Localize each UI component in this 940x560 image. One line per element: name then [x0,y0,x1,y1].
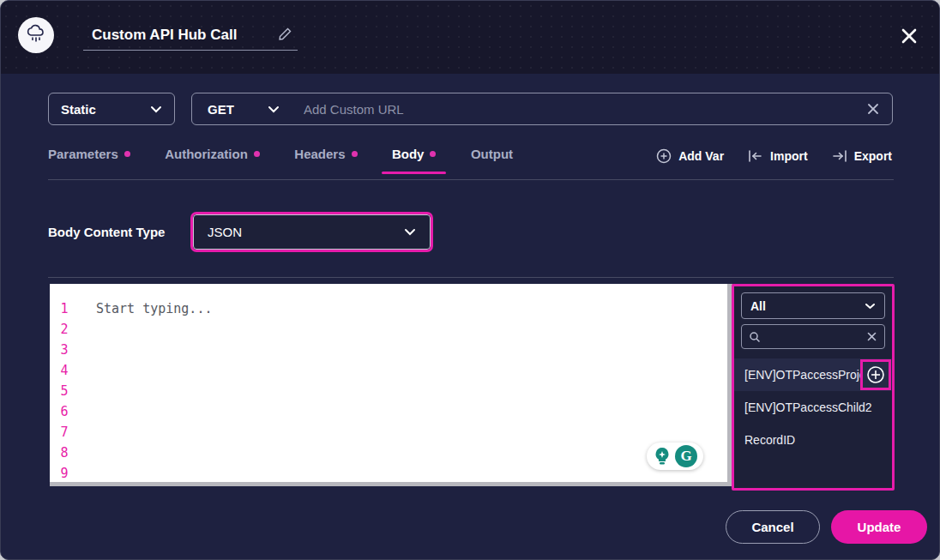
plus-circle-icon [656,148,672,164]
close-icon[interactable] [896,23,922,49]
tab-label: Body [392,147,425,161]
editor-placeholder: Start typing... [96,301,212,316]
body-content-type-value: JSON [208,225,242,239]
export-arrow-icon [832,150,847,162]
import-button[interactable]: Import [748,149,808,163]
http-method-value: GET [208,102,234,117]
edit-title-icon[interactable] [278,27,292,41]
variable-label: [ENV]OTPaccessProje [744,368,866,382]
body-content-type-dropdown[interactable]: JSON [193,214,431,250]
tab-body[interactable]: Body [392,147,437,173]
tab-label: Authorization [165,147,248,161]
api-title-input[interactable] [83,27,263,44]
variable-filter-dropdown[interactable]: All [741,292,885,319]
app-logo [18,17,54,53]
variable-item[interactable]: [ENV]OTPaccessChild2 [734,391,892,424]
variable-label: [ENV]OTPaccessChild2 [744,400,872,414]
export-label: Export [854,149,892,163]
tab-authorization[interactable]: Authorization [165,147,260,173]
line-number: 7 [50,425,79,445]
line-number: 3 [50,342,79,363]
tabs-divider [48,179,894,180]
http-method-dropdown[interactable]: GET [192,93,285,124]
add-var-button[interactable]: Add Var [656,148,724,164]
chevron-down-icon [404,228,416,236]
grammarly-icon: G [675,445,697,467]
variable-list: [ENV]OTPaccessProje [ENV]OTPaccessChild2… [734,358,892,456]
line-number: 8 [50,445,79,466]
insert-variable-plus-icon[interactable] [863,362,889,388]
tab-parameters[interactable]: Parameters [48,147,130,173]
io-toolbar: Add Var Import Export [656,148,892,164]
tab-label: Parameters [48,147,118,161]
line-number: 4 [50,363,79,383]
variable-filter-value: All [750,299,766,313]
add-var-label: Add Var [678,149,724,163]
url-type-dropdown[interactable]: Static [48,93,175,125]
grammarly-widget[interactable]: G [647,443,703,470]
variables-panel: All [ENV]OTPaccessProje [732,284,895,491]
chevron-down-icon [150,105,162,113]
import-label: Import [770,149,808,163]
tab-label: Output [471,147,513,161]
cancel-button[interactable]: Cancel [726,510,820,544]
variable-label: RecordID [744,433,795,447]
line-number: 9 [50,466,79,486]
unsaved-dot [430,151,436,157]
export-button[interactable]: Export [832,149,892,163]
unsaved-dot [254,151,260,157]
line-number: 6 [50,404,79,425]
custom-api-hub-modal: Static GET Parameters Authorization [0,0,940,560]
variable-search-input[interactable] [766,330,861,343]
unsaved-dot [124,151,130,157]
cloud-api-icon [25,24,47,46]
variable-item[interactable]: RecordID [734,424,892,456]
chevron-down-icon [268,105,280,113]
suggestion-bulb-icon [653,446,672,467]
search-icon [749,331,761,343]
body-content-type-label: Body Content Type [48,225,165,239]
modal-header [1,1,939,74]
variable-item[interactable]: [ENV]OTPaccessProje [734,358,892,391]
update-button[interactable]: Update [831,510,927,544]
line-number: 2 [50,322,79,342]
url-type-value: Static [61,102,96,117]
variable-search-box [741,324,885,349]
line-number: 5 [50,383,79,404]
chevron-down-icon [865,303,876,310]
tab-headers[interactable]: Headers [294,147,357,173]
line-number: 1 [50,301,79,322]
api-title-field[interactable] [83,20,298,51]
unsaved-dot [352,151,358,157]
clear-search-icon[interactable] [866,331,877,342]
section-divider [48,277,894,278]
custom-url-bar: GET [191,93,893,125]
json-body-editor[interactable]: 1 Start typing... 2 3 4 5 6 7 8 9 G [50,284,732,486]
tab-output[interactable]: Output [471,147,513,173]
import-arrow-icon [748,150,763,162]
tab-label: Headers [294,147,345,161]
clear-url-icon[interactable] [854,102,892,116]
custom-url-input[interactable] [285,102,854,117]
